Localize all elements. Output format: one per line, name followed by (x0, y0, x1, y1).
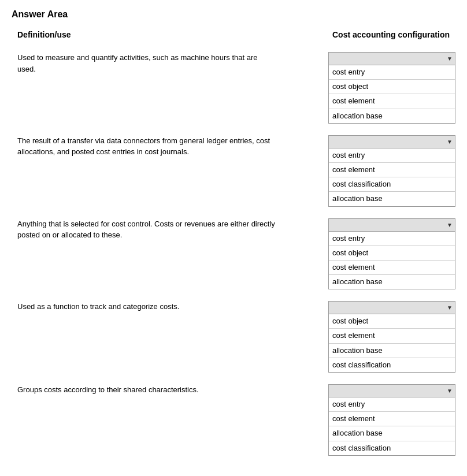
table-header: Definition/use Cost accounting configura… (12, 30, 455, 42)
chevron-down-icon: ▼ (447, 55, 453, 62)
dropdown-item-5-1[interactable]: cost entry (329, 397, 455, 412)
dropdown-header-4[interactable]: ▼ (329, 302, 455, 314)
dropdown-header-5[interactable]: ▼ (329, 385, 455, 397)
definition-text-3: Anything that is selected for cost contr… (12, 218, 289, 241)
dropdown-item-4-1[interactable]: cost object (329, 314, 455, 329)
definition-text-5: Groups costs according to their shared c… (12, 384, 289, 396)
dropdown-item-5-4[interactable]: cost classification (329, 441, 455, 455)
dropdown-box-5[interactable]: ▼cost entrycost elementallocation baseco… (328, 384, 455, 456)
dropdown-item-3-2[interactable]: cost object (329, 246, 455, 261)
dropdown-item-1-3[interactable]: cost element (329, 94, 455, 109)
dropdown-item-3-4[interactable]: allocation base (329, 275, 455, 289)
dropdown-item-1-2[interactable]: cost object (329, 80, 455, 94)
chevron-down-icon: ▼ (447, 222, 453, 228)
definition-text-2: The result of a transfer via data connec… (12, 135, 289, 158)
table-row: Used to measure and quantify activities,… (12, 47, 455, 124)
dropdown-item-2-2[interactable]: cost element (329, 163, 455, 177)
dropdown-box-1[interactable]: ▼cost entrycost objectcost elementalloca… (328, 52, 455, 124)
dropdown-item-4-4[interactable]: cost classification (329, 358, 455, 372)
dropdown-box-2[interactable]: ▼cost entrycost elementcost classificati… (328, 135, 455, 207)
dropdown-header-1[interactable]: ▼ (329, 53, 455, 65)
dropdown-item-4-3[interactable]: allocation base (329, 344, 455, 358)
definition-text-1: Used to measure and quantify activities,… (12, 52, 289, 75)
dropdown-item-2-3[interactable]: cost classification (329, 177, 455, 192)
dropdown-item-1-1[interactable]: cost entry (329, 65, 455, 80)
dropdown-box-3[interactable]: ▼cost entrycost objectcost elementalloca… (328, 218, 455, 290)
table-row: Anything that is selected for cost contr… (12, 214, 455, 290)
dropdown-container-4: ▼cost objectcost elementallocation basec… (289, 301, 455, 373)
dropdown-item-4-2[interactable]: cost element (329, 329, 455, 343)
definition-text-4: Used as a function to track and categori… (12, 301, 289, 313)
dropdown-header-3[interactable]: ▼ (329, 219, 455, 232)
dropdown-box-4[interactable]: ▼cost objectcost elementallocation basec… (328, 301, 455, 373)
dropdown-container-3: ▼cost entrycost objectcost elementalloca… (289, 218, 455, 290)
dropdown-container-5: ▼cost entrycost elementallocation baseco… (289, 384, 455, 456)
chevron-down-icon: ▼ (447, 139, 453, 145)
chevron-down-icon: ▼ (447, 388, 453, 394)
header-config: Cost accounting configuration (289, 30, 455, 39)
dropdown-item-2-1[interactable]: cost entry (329, 148, 455, 163)
dropdown-item-1-4[interactable]: allocation base (329, 109, 455, 123)
table-row: Used as a function to track and categori… (12, 296, 455, 373)
table-row: Groups costs according to their shared c… (12, 380, 455, 456)
dropdown-item-5-3[interactable]: allocation base (329, 426, 455, 441)
dropdown-item-3-1[interactable]: cost entry (329, 232, 455, 246)
dropdown-container-1: ▼cost entrycost objectcost elementalloca… (289, 52, 455, 124)
chevron-down-icon: ▼ (447, 304, 453, 311)
dropdown-item-2-4[interactable]: allocation base (329, 192, 455, 206)
table-row: The result of a transfer via data connec… (12, 131, 455, 207)
page-title: Answer Area (12, 9, 455, 20)
dropdown-header-2[interactable]: ▼ (329, 136, 455, 148)
dropdown-container-2: ▼cost entrycost elementcost classificati… (289, 135, 455, 207)
dropdown-item-5-2[interactable]: cost element (329, 412, 455, 426)
dropdown-item-3-3[interactable]: cost element (329, 261, 455, 275)
header-definition: Definition/use (12, 30, 289, 39)
